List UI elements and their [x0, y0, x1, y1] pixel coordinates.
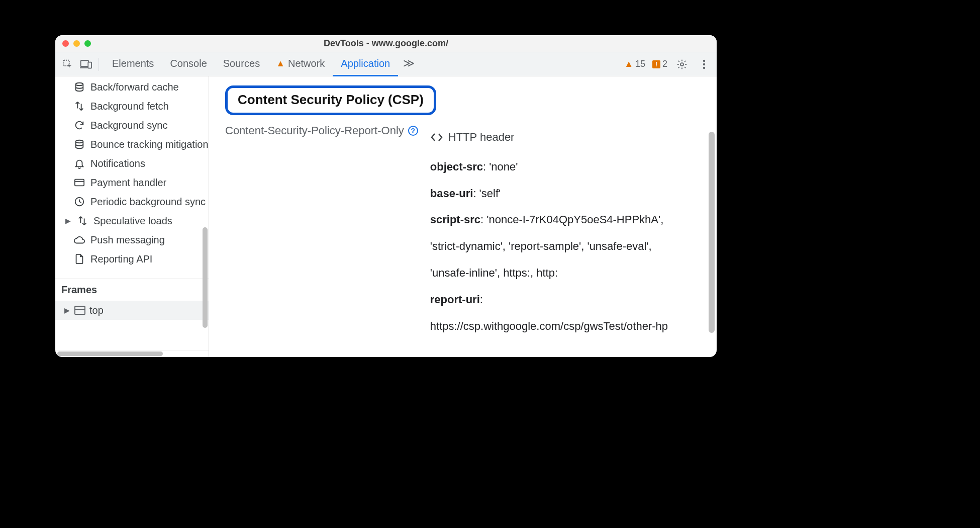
csp-directive: base-uri: 'self' [430, 181, 668, 207]
database-icon [73, 138, 85, 150]
csp-directive-cont: https://csp.withgoogle.com/csp/gwsTest/o… [430, 313, 668, 340]
sync-icon [73, 119, 85, 131]
inspect-element-icon[interactable] [60, 57, 75, 72]
sidebar-item-label: Payment handler [90, 177, 166, 189]
sidebar-item-background-fetch[interactable]: Background fetch [55, 97, 209, 116]
code-brackets-icon [430, 132, 443, 142]
toolbar-separator [99, 58, 99, 71]
expand-arrow-icon: ▶ [63, 306, 70, 314]
sidebar-vertical-scrollbar[interactable] [203, 227, 208, 328]
csp-directive: report-uri: [430, 287, 668, 313]
panel-tabs: Elements Console Sources ▲ Network Appli… [104, 52, 420, 76]
sidebar-list: Back/forward cache Background fetch Back… [55, 76, 209, 269]
clock-icon [73, 196, 85, 208]
device-toolbar-icon[interactable] [78, 57, 93, 72]
updown-icon [73, 100, 85, 112]
settings-gear-icon[interactable] [674, 57, 690, 72]
svg-point-9 [76, 140, 83, 143]
sidebar-item-speculative-loads[interactable]: ▶ Speculative loads [55, 211, 209, 230]
csp-title-highlight: Content Security Policy (CSP) [225, 85, 436, 115]
more-tabs-button[interactable]: ≫ [398, 52, 420, 76]
sidebar-horizontal-scrollbar[interactable] [55, 350, 209, 357]
sidebar-item-periodic-background-sync[interactable]: Periodic background sync [55, 192, 209, 211]
sidebar-item-background-sync[interactable]: Background sync [55, 116, 209, 135]
warning-triangle-icon: ▲ [276, 58, 285, 69]
updown-icon [76, 215, 88, 227]
issues-count: 15 [635, 59, 645, 69]
svg-rect-10 [75, 180, 84, 186]
devtools-toolbar: Elements Console Sources ▲ Network Appli… [55, 52, 717, 76]
sidebar-item-push-messaging[interactable]: Push messaging [55, 230, 209, 249]
database-icon [73, 81, 85, 93]
tab-label: Sources [223, 58, 260, 69]
devtools-window: DevTools - www.google.com/ Elements Cons… [55, 35, 717, 357]
panel-body: Back/forward cache Background fetch Back… [55, 76, 717, 357]
sidebar-item-payment-handler[interactable]: Payment handler [55, 173, 209, 192]
chevron-double-right-icon: ≫ [403, 57, 415, 70]
tab-label: Application [341, 58, 390, 69]
kebab-menu-icon[interactable] [697, 57, 712, 72]
sidebar-item-label: Back/forward cache [90, 81, 179, 93]
csp-header-name-cell: Content-Security-Policy-Report-Only ? [225, 124, 418, 137]
sidebar-item-label: Notifications [90, 158, 145, 169]
frames-section-header: Frames [55, 279, 209, 301]
tab-label: Console [170, 58, 207, 69]
bell-icon [73, 157, 85, 169]
titlebar: DevTools - www.google.com/ [55, 35, 717, 52]
sidebar-item-label: Reporting API [90, 253, 152, 265]
svg-point-5 [703, 59, 705, 61]
csp-section-title: Content Security Policy (CSP) [238, 92, 424, 108]
sidebar-item-label: Background sync [90, 120, 167, 131]
window-icon [74, 306, 85, 315]
csp-directive: script-src: 'nonce-I-7rK04QpY5oeS4-HPPkh… [430, 207, 668, 233]
csp-directive-cont: 'strict-dynamic', 'report-sample', 'unsa… [430, 233, 668, 260]
messages-count: 2 [662, 59, 667, 69]
csp-directive-cont: 'unsafe-inline', https:, http: [430, 260, 668, 287]
tab-sources[interactable]: Sources [215, 52, 268, 76]
expand-arrow-icon: ▶ [64, 217, 71, 225]
warning-square-icon: ! [652, 60, 660, 68]
svg-point-6 [703, 63, 705, 65]
tab-network[interactable]: ▲ Network [268, 52, 333, 76]
sidebar-item-label: Background fetch [90, 101, 169, 112]
sidebar-item-reporting-api[interactable]: Reporting API [55, 249, 209, 269]
sidebar-item-back-forward-cache[interactable]: Back/forward cache [55, 77, 209, 97]
csp-panel: Content Security Policy (CSP) Content-Se… [209, 76, 717, 357]
file-icon [73, 253, 85, 265]
warning-triangle-icon: ▲ [624, 59, 633, 69]
tab-label: Elements [112, 58, 154, 69]
sidebar-item-label: Bounce tracking mitigation [90, 139, 209, 150]
svg-point-8 [76, 83, 83, 86]
messages-badge[interactable]: ! 2 [652, 59, 667, 69]
help-icon[interactable]: ? [408, 126, 418, 136]
svg-point-7 [703, 66, 705, 68]
sidebar-item-label: Periodic background sync [90, 196, 206, 208]
issues-badge[interactable]: ▲ 15 [624, 59, 645, 69]
sidebar-item-bounce-tracking[interactable]: Bounce tracking mitigation [55, 135, 209, 154]
svg-point-4 [680, 63, 683, 66]
card-icon [73, 177, 85, 189]
csp-source-row: HTTP header [430, 124, 668, 151]
tab-label: Network [288, 58, 325, 69]
frame-label: top [89, 305, 104, 316]
sidebar-item-label: Speculative loads [93, 215, 172, 227]
csp-value-cell: HTTP header object-src: 'none' base-uri:… [430, 124, 668, 339]
svg-rect-3 [88, 62, 91, 68]
csp-directive: object-src: 'none' [430, 154, 668, 181]
csp-header-name: Content-Security-Policy-Report-Only [225, 124, 404, 137]
main-vertical-scrollbar[interactable] [709, 132, 715, 333]
csp-source-label: HTTP header [448, 124, 515, 151]
cloud-icon [73, 234, 85, 246]
application-sidebar: Back/forward cache Background fetch Back… [55, 76, 209, 357]
tab-console[interactable]: Console [162, 52, 215, 76]
frame-top[interactable]: ▶ top [55, 301, 209, 320]
scrollbar-thumb[interactable] [57, 351, 163, 356]
toolbar-right: ▲ 15 ! 2 [624, 57, 712, 72]
csp-header-row: Content-Security-Policy-Report-Only ? HT… [225, 124, 702, 339]
sidebar-item-label: Push messaging [90, 234, 165, 246]
sidebar-item-notifications[interactable]: Notifications [55, 154, 209, 173]
window-title: DevTools - www.google.com/ [55, 38, 717, 49]
tab-elements[interactable]: Elements [104, 52, 162, 76]
svg-rect-1 [81, 60, 88, 66]
tab-application[interactable]: Application [333, 52, 398, 76]
